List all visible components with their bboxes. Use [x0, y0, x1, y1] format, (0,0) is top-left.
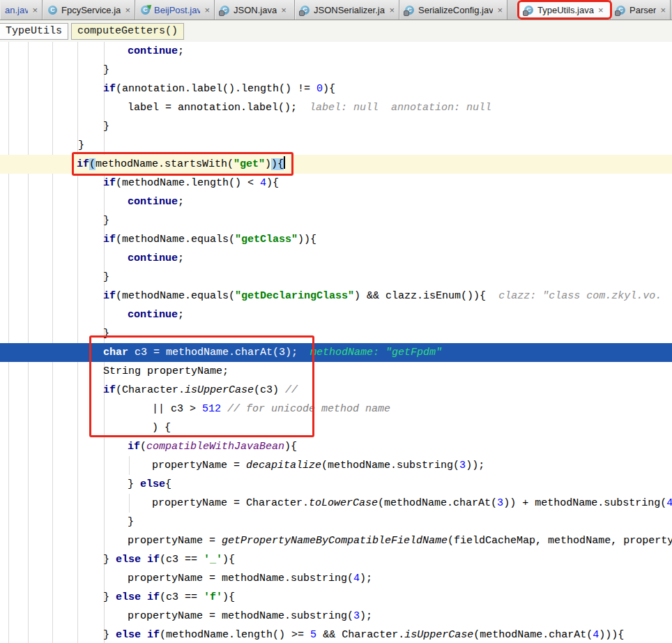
code-line[interactable]: if(compatibleWithJavaBean){ [0, 437, 672, 456]
code-line[interactable]: } [0, 117, 672, 136]
tab-label: SerializeConfig.java [418, 5, 493, 15]
tab-parserco[interactable]: CParserCo× [611, 0, 671, 20]
class-locked-icon: C [616, 5, 626, 15]
code-line[interactable]: } [0, 136, 672, 155]
code-line[interactable]: } [0, 61, 672, 80]
code-editor[interactable]: continue;}if(annotation.label().length()… [0, 42, 672, 643]
tab-label: FpcyService.java [61, 5, 121, 15]
tab-typeutils-java[interactable]: CTypeUtils.java× [519, 0, 611, 20]
execution-point-line[interactable]: char c3 = methodName.charAt(3); methodNa… [0, 343, 672, 362]
code-line[interactable]: propertyName = methodName.substring(3); [0, 607, 672, 626]
code-line[interactable]: propertyName = getPropertyNameByCompatib… [0, 531, 672, 550]
tab-json-java[interactable]: CJSON.java× [215, 0, 295, 20]
tab-label: BeijPost.java [154, 5, 200, 15]
tab-label: ParserCo [629, 5, 656, 15]
code-line[interactable]: if(Character.isUpperCase(c3) // [0, 381, 672, 400]
class-icon: C [47, 5, 58, 15]
breadcrumb-method[interactable]: computeGetters() [71, 23, 184, 40]
code-line[interactable]: } [0, 268, 672, 287]
code-line[interactable]: } [0, 513, 672, 531]
code-line[interactable]: if(methodName.equals("getDeclaringClass"… [0, 287, 672, 305]
close-icon[interactable]: × [598, 5, 604, 15]
code-line[interactable]: if(methodName.equals("getClass")){ [0, 230, 672, 249]
tab-jsonserializer-java[interactable]: CJSONSerializer.java× [295, 0, 399, 20]
tab-label: JSONSerializer.java [314, 5, 385, 15]
text-caret [284, 156, 285, 169]
editor-tab-bar: an.java×CFpcyService.java×CBeijPost.java… [0, 0, 672, 20]
close-icon[interactable]: × [32, 5, 38, 15]
caret-line[interactable]: if(methodName.startsWith("get")){ [0, 155, 672, 174]
close-icon[interactable]: × [660, 5, 666, 15]
code-line[interactable]: } else{ [0, 475, 672, 494]
code-line[interactable]: if(annotation.label().length() != 0){ [0, 80, 672, 98]
close-icon[interactable]: × [281, 5, 287, 15]
code-line[interactable]: continue; [0, 249, 672, 268]
code-line[interactable]: String propertyName; [0, 362, 672, 381]
tab-label: JSON.java [234, 5, 277, 15]
close-icon[interactable]: × [497, 5, 503, 15]
tab-serializeconfig-java[interactable]: CSerializeConfig.java× [399, 0, 507, 20]
code-line[interactable]: label = annotation.label(); label: null … [0, 98, 672, 117]
class-locked-icon: C [404, 5, 415, 15]
code-line[interactable]: continue; [0, 305, 672, 324]
code-line[interactable]: } [0, 324, 672, 343]
tab-label: an.java [5, 5, 28, 15]
class-locked-icon: C [524, 5, 534, 15]
code-line[interactable]: propertyName = methodName.substring(4); [0, 569, 672, 588]
code-line[interactable]: continue; [0, 192, 672, 211]
breadcrumb-class[interactable]: TypeUtils [0, 23, 68, 40]
close-icon[interactable]: × [389, 5, 395, 15]
code-line[interactable]: propertyName = decapitalize(methodName.s… [0, 456, 672, 475]
tab-label: TypeUtils.java [537, 5, 594, 15]
class-locked-icon: C [220, 5, 230, 15]
tab-beijpost-java[interactable]: CBeijPost.java× [135, 0, 215, 20]
close-icon[interactable]: × [204, 5, 210, 15]
code-line[interactable]: propertyName = Character.toLowerCase(met… [0, 494, 672, 513]
class-run-icon: C [140, 5, 151, 15]
tab-an-java[interactable]: an.java× [0, 0, 43, 20]
code-line[interactable]: continue; [0, 42, 672, 61]
tab-fpcyservice-java[interactable]: CFpcyService.java× [43, 0, 135, 20]
code-line[interactable]: ) { [0, 418, 672, 437]
code-line[interactable]: } else if(c3 == 'f'){ [0, 588, 672, 607]
breadcrumb: TypeUtils computeGetters() [0, 20, 672, 42]
code-line[interactable]: } else if(c3 == '_'){ [0, 550, 672, 569]
code-line[interactable]: if(methodName.length() < 4){ [0, 174, 672, 192]
close-icon[interactable]: × [125, 5, 130, 15]
code-line[interactable]: } [0, 211, 672, 230]
code-line[interactable]: || c3 > 512 // for unicode method name [0, 400, 672, 418]
class-locked-icon: C [300, 5, 310, 15]
code-line[interactable]: } else if(methodName.length() >= 5 && Ch… [0, 626, 672, 643]
